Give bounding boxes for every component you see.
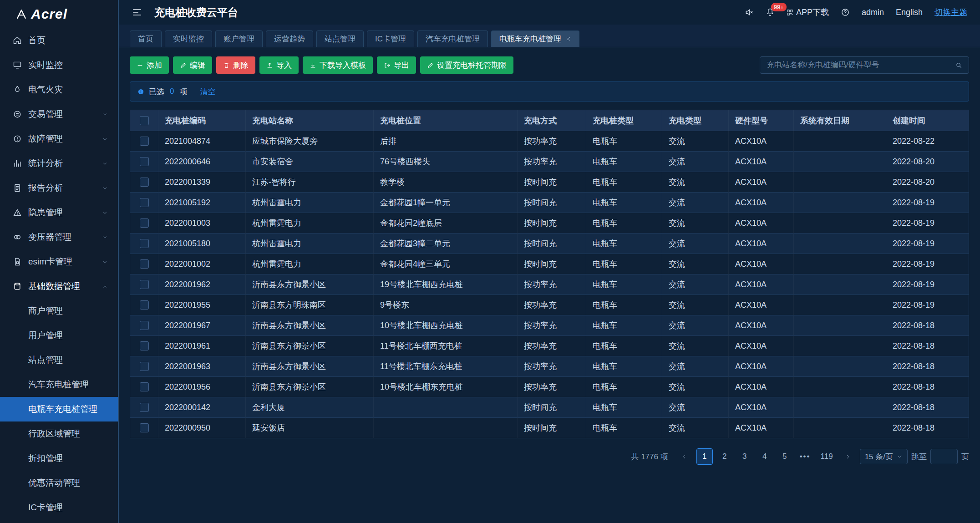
row-checkbox[interactable]	[140, 321, 149, 330]
qr-code-icon	[787, 9, 793, 16]
sidebar-subitem-ebike-charging-pile-mgmt[interactable]: 电瓶车充电桩管理	[0, 397, 118, 421]
sidebar-item-electrical-fire[interactable]: 电气火灾	[0, 77, 118, 102]
tab-close-icon[interactable]	[565, 36, 571, 42]
sidebar-collapse-icon[interactable]	[132, 7, 142, 18]
current-user[interactable]: admin	[862, 8, 884, 17]
sidebar-item-esim-card-mgmt[interactable]: esim卡管理	[0, 249, 118, 274]
row-checkbox[interactable]	[140, 198, 149, 207]
tab-car-charging-pile-mgmt[interactable]: 汽车充电桩管理	[417, 30, 488, 47]
table-row[interactable]: 2022001963 沂南县东方御景小区 11号楼北车棚东充电桩 按功率充 电瓶…	[130, 356, 969, 377]
page-size-select[interactable]: 15 条/页	[860, 449, 908, 464]
next-page-button[interactable]	[840, 448, 856, 465]
table-row[interactable]: 2021004874 应城市保险大厦旁 后排 按功率充 电瓶车 交流 ACX10…	[130, 131, 969, 152]
table-row[interactable]: 2022000950 延安饭店 按时间充 电瓶车 交流 ACX10A 2022-…	[130, 418, 969, 438]
sidebar-item-realtime-monitoring[interactable]: 实时监控	[0, 53, 118, 77]
sidebar-subitem-merchant-mgmt[interactable]: 商户管理	[0, 299, 118, 323]
set-hosting-period-button[interactable]: 设置充电桩托管期限	[420, 56, 513, 74]
mute-speaker-icon[interactable]	[745, 8, 754, 17]
database-icon	[13, 282, 22, 291]
cell-charge-method: 按功率充	[518, 336, 586, 356]
jump-page-input[interactable]	[930, 449, 958, 464]
cell-pile-location: 9号楼东	[374, 295, 518, 315]
sidebar-item-basic-data-mgmt[interactable]: 基础数据管理	[0, 274, 118, 299]
select-all-checkbox[interactable]	[140, 116, 149, 125]
language-switch[interactable]: English	[896, 8, 923, 17]
cell-pile-location: 金都花园2幢底层	[374, 213, 518, 234]
delete-button[interactable]: 删除	[216, 56, 255, 74]
tab-account-mgmt[interactable]: 账户管理	[215, 30, 263, 47]
page-button-1[interactable]: 1	[696, 448, 713, 465]
table-row[interactable]: 2021005180 杭州雷霆电力 金都花园3幢二单元 按时间充 电瓶车 交流 …	[130, 234, 969, 254]
download-template-label: 下载导入模板	[320, 60, 366, 71]
sidebar-subitem-admin-region-mgmt[interactable]: 行政区域管理	[0, 421, 118, 446]
tab-home[interactable]: 首页	[130, 30, 162, 47]
sidebar-subitem-site-mgmt[interactable]: 站点管理	[0, 348, 118, 372]
clear-selection-link[interactable]: 清空	[200, 86, 215, 97]
row-checkbox[interactable]	[140, 280, 149, 289]
table-row[interactable]: 2022001003 杭州雷霆电力 金都花园2幢底层 按时间充 电瓶车 交流 A…	[130, 213, 969, 234]
page-button-3[interactable]: 3	[736, 448, 753, 465]
notification-bell-icon[interactable]: 99+	[766, 8, 775, 17]
cell-hardware-model: ACX10A	[729, 213, 794, 234]
sidebar-subitem-discount-mgmt[interactable]: 折扣管理	[0, 446, 118, 471]
cell-pile-code: 2022001963	[158, 356, 246, 377]
row-checkbox[interactable]	[140, 382, 149, 391]
search-input[interactable]	[760, 61, 949, 70]
tab-realtime-monitoring[interactable]: 实时监控	[165, 30, 212, 47]
sidebar-subitem-promotion-mgmt[interactable]: 优惠活动管理	[0, 471, 118, 495]
add-button[interactable]: 添加	[130, 56, 169, 74]
import-button[interactable]: 导入	[259, 56, 299, 74]
tab-site-mgmt[interactable]: 站点管理	[316, 30, 364, 47]
table-row[interactable]: 2021005192 杭州雷霆电力 金都花园1幢一单元 按时间充 电瓶车 交流 …	[130, 193, 969, 213]
row-checkbox[interactable]	[140, 341, 149, 350]
download-template-button[interactable]: 下载导入模板	[303, 56, 373, 74]
prev-page-button[interactable]	[676, 448, 693, 465]
table-row[interactable]: 2022001956 沂南县东方御景小区 10号楼北车棚东充电桩 按功率充 电瓶…	[130, 377, 969, 397]
row-checkbox[interactable]	[140, 218, 149, 228]
sidebar: Acrel 首页 实时监控 电气火灾 交易管理 故障管理 统计分析	[0, 0, 119, 523]
table-row[interactable]: 2022001002 杭州雷霆电力 金都花园4幢三单元 按时间充 电瓶车 交流 …	[130, 254, 969, 274]
column-header: 硬件型号	[729, 110, 794, 131]
app-download-button[interactable]: APP下载	[787, 7, 829, 18]
table-row[interactable]: 2022001339 江苏-智将行 教学楼 按时间充 电瓶车 交流 ACX10A…	[130, 172, 969, 193]
export-button[interactable]: 导出	[377, 56, 416, 74]
row-checkbox[interactable]	[140, 157, 149, 166]
row-checkbox[interactable]	[140, 137, 149, 146]
table-row[interactable]: 2022000646 市安装宿舍 76号楼西楼头 按功率充 电瓶车 交流 ACX…	[130, 152, 969, 172]
search-icon[interactable]	[949, 62, 969, 69]
table-row[interactable]: 2022000142 金利大厦 按时间充 电瓶车 交流 ACX10A 2022-…	[130, 397, 969, 418]
table-row[interactable]: 2022001962 沂南县东方御景小区 19号楼北车棚西充电桩 按功率充 电瓶…	[130, 274, 969, 295]
page-button-2[interactable]: 2	[716, 448, 733, 465]
edit-button[interactable]: 编辑	[173, 56, 212, 74]
sidebar-item-fault-mgmt[interactable]: 故障管理	[0, 127, 118, 151]
page-button-119[interactable]: 119	[818, 448, 836, 465]
tab-ic-card-mgmt[interactable]: IC卡管理	[367, 30, 414, 47]
sidebar-item-report-analysis[interactable]: 报告分析	[0, 176, 118, 200]
row-checkbox[interactable]	[140, 178, 149, 187]
row-checkbox[interactable]	[140, 403, 149, 412]
sidebar-subitem-ic-card-mgmt[interactable]: IC卡管理	[0, 495, 118, 520]
row-checkbox[interactable]	[140, 362, 149, 371]
row-checkbox[interactable]	[140, 239, 149, 248]
sidebar-item-transformer-mgmt[interactable]: 变压器管理	[0, 225, 118, 249]
tab-ebike-charging-pile-mgmt[interactable]: 电瓶车充电桩管理	[491, 30, 579, 47]
row-checkbox[interactable]	[140, 259, 149, 269]
sidebar-item-home[interactable]: 首页	[0, 28, 118, 53]
theme-switch-link[interactable]: 切换主题	[934, 7, 967, 18]
help-icon[interactable]	[841, 8, 850, 17]
sidebar-item-label: 隐患管理	[28, 207, 63, 218]
page-button-4[interactable]: 4	[757, 448, 773, 465]
tab-operation-trend[interactable]: 运营趋势	[266, 30, 313, 47]
row-checkbox[interactable]	[140, 300, 149, 310]
page-button-5[interactable]: 5	[777, 448, 793, 465]
table-row[interactable]: 2022001967 沂南县东方御景小区 10号楼北车棚西充电桩 按功率充 电瓶…	[130, 315, 969, 336]
more-pages-button[interactable]: •••	[797, 448, 814, 465]
row-checkbox[interactable]	[140, 423, 149, 432]
sidebar-subitem-car-charging-pile-mgmt[interactable]: 汽车充电桩管理	[0, 372, 118, 397]
sidebar-item-hazard-mgmt[interactable]: 隐患管理	[0, 200, 118, 225]
sidebar-item-transaction-mgmt[interactable]: 交易管理	[0, 102, 118, 127]
table-row[interactable]: 2022001955 沂南县东方明珠南区 9号楼东 按功率充 电瓶车 交流 AC…	[130, 295, 969, 315]
sidebar-subitem-user-mgmt[interactable]: 用户管理	[0, 323, 118, 348]
table-row[interactable]: 2022001961 沂南县东方御景小区 11号楼北车棚西充电桩 按功率充 电瓶…	[130, 336, 969, 356]
sidebar-item-statistics[interactable]: 统计分析	[0, 151, 118, 176]
